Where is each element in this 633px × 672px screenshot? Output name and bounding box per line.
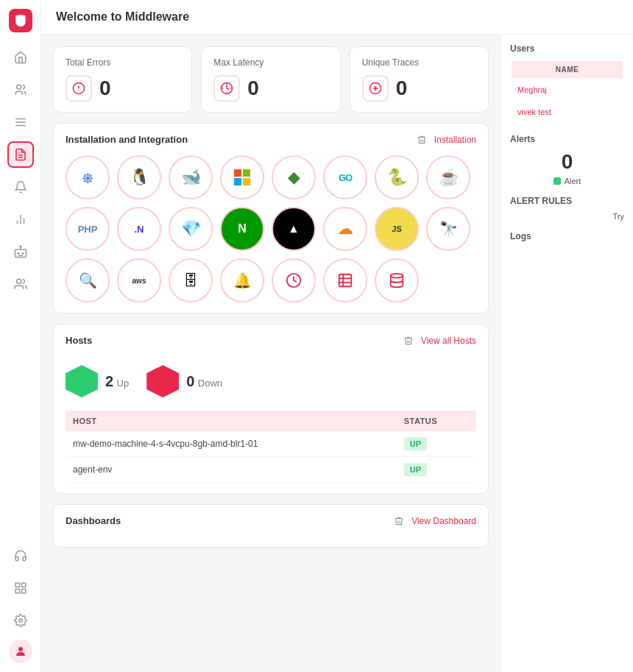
integration-go[interactable]: GO [323,155,367,199]
integration-diagram[interactable] [323,258,367,303]
alert-label: Alert [510,177,624,185]
alert-rules-section: ALERT RULES Try [510,196,624,221]
sidebar-item-support[interactable] [7,542,34,569]
integrations-grid: ⎈ 🐧 🐋 ◆ GO 🐍 ☕ PHP .N 💎 N ▲ ☁ [66,155,476,303]
integration-telescope[interactable]: 🔍 [66,258,110,303]
alerts-section-title: Alerts [510,134,624,144]
sidebar-item-chart[interactable] [7,206,34,233]
hosts-card-header: Hosts View all Hosts [66,335,476,346]
sidebar-item-settings[interactable] [7,607,34,634]
metric-label-errors: Total Errors [66,57,180,68]
logs-section: Logs [510,231,624,247]
hex-up [66,365,98,397]
sidebar [0,0,41,672]
dashboards-card: Dashboards View Dashboard [53,504,489,548]
hosts-up-count: 2 Up [105,373,129,390]
integration-python[interactable]: 🐍 [375,155,419,199]
user-name-cell[interactable]: vivek test [512,102,623,122]
sidebar-item-widgets[interactable] [7,575,34,601]
sidebar-item-bell[interactable] [7,174,34,200]
svg-point-18 [18,619,22,623]
main-content: Welcome to Middleware Total Errors 0 Max… [41,0,633,672]
integration-ruby[interactable]: 💎 [169,207,213,251]
integration-bell2[interactable]: 🔔 [220,258,264,303]
app-logo[interactable] [9,9,32,32]
metric-label-latency: Max Latency [213,57,328,68]
integration-nginx[interactable]: N [220,207,264,251]
alert-rules-title: ALERT RULES [510,196,624,206]
sidebar-item-team[interactable] [7,271,34,297]
user-name-cell[interactable]: Meghraj [512,79,623,100]
sidebar-item-robot[interactable] [7,238,34,265]
sidebar-item-profile[interactable] [9,640,32,663]
list-item: Meghraj [512,79,623,100]
integration-cube[interactable]: ◆ [272,155,316,199]
list-item: vivek test [512,102,623,122]
content-area: Total Errors 0 Max Latency 0 [41,35,633,672]
trash-icon-dashboards [394,516,404,526]
installation-title: Installation and Integration [66,134,188,145]
integration-database1[interactable]: 🗄 [169,258,213,303]
integration-storage[interactable] [375,258,419,303]
metric-card-max-latency: Max Latency 0 [201,46,340,113]
metric-card-unique-traces: Unique Traces 0 [350,46,489,113]
svg-point-12 [22,253,24,255]
table-row: agent-envUP [66,457,476,483]
integration-aws[interactable]: aws [117,258,161,303]
logs-section-title: Logs [510,231,624,241]
hosts-down-group: 0 Down [146,365,222,397]
svg-rect-14 [15,583,19,587]
sidebar-item-users[interactable] [7,77,34,103]
hosts-table-header: HOST STATUS [66,411,476,431]
alert-count: 0 [510,150,624,174]
host-status-cell: UP [397,431,476,457]
integration-otel[interactable]: 🔭 [426,207,470,251]
svg-point-10 [20,246,21,247]
hosts-title: Hosts [66,335,92,346]
svg-rect-29 [243,178,250,185]
integration-php[interactable]: PHP [66,207,110,251]
users-table-header: NAME [512,61,623,78]
metric-card-total-errors: Total Errors 0 [53,46,192,113]
integration-cloudflare[interactable]: ☁ [323,207,367,251]
metrics-row: Total Errors 0 Max Latency 0 [53,46,489,113]
svg-rect-26 [234,169,241,177]
users-name-col: NAME [512,61,623,78]
svg-rect-27 [243,169,250,177]
hosts-down-count: 0 Down [186,373,222,390]
users-section: Users NAME Meghrajvivek test [510,43,624,124]
hex-down [146,365,179,397]
integration-kubernetes[interactable]: ⎈ [66,155,110,199]
alert-dot [554,177,561,185]
status-badge: UP [404,437,427,450]
sidebar-item-list[interactable] [7,109,34,135]
host-name-cell: agent-env [66,457,397,483]
view-all-hosts-link[interactable]: View all Hosts [421,336,476,346]
table-row: mw-demo-machine-4-s-4vcpu-8gb-amd-blr1-0… [66,431,476,457]
hosts-up-group: 2 Up [66,365,129,397]
svg-rect-31 [339,275,352,287]
integration-dotnet[interactable]: .N [117,207,161,251]
trash-icon-hosts [403,336,414,346]
integration-microsoft[interactable] [220,155,264,199]
dashboards-card-header: Dashboards View Dashboard [66,515,476,526]
alerts-section: Alerts 0 Alert [510,134,624,185]
integration-linux[interactable]: 🐧 [117,155,161,199]
view-dashboard-link[interactable]: View Dashboard [411,516,476,526]
installation-link[interactable]: Installation [434,135,476,145]
host-col-header: HOST [66,411,397,431]
integration-clock[interactable] [272,258,316,303]
svg-point-0 [16,85,21,89]
metric-value-traces: 0 [396,77,408,100]
svg-rect-16 [21,590,25,593]
hosts-card: Hosts View all Hosts 2 Up [53,324,489,494]
metric-icon-traces [362,75,389,102]
integration-nodejs[interactable]: ▲ [272,207,316,251]
sidebar-item-document[interactable] [7,141,34,168]
sidebar-item-home[interactable] [7,44,34,71]
integration-javascript[interactable]: JS [375,207,419,251]
installation-card-header: Installation and Integration Installatio… [66,134,476,145]
integration-java[interactable]: ☕ [426,155,470,199]
metric-label-traces: Unique Traces [362,57,476,68]
integration-docker[interactable]: 🐋 [169,155,213,199]
